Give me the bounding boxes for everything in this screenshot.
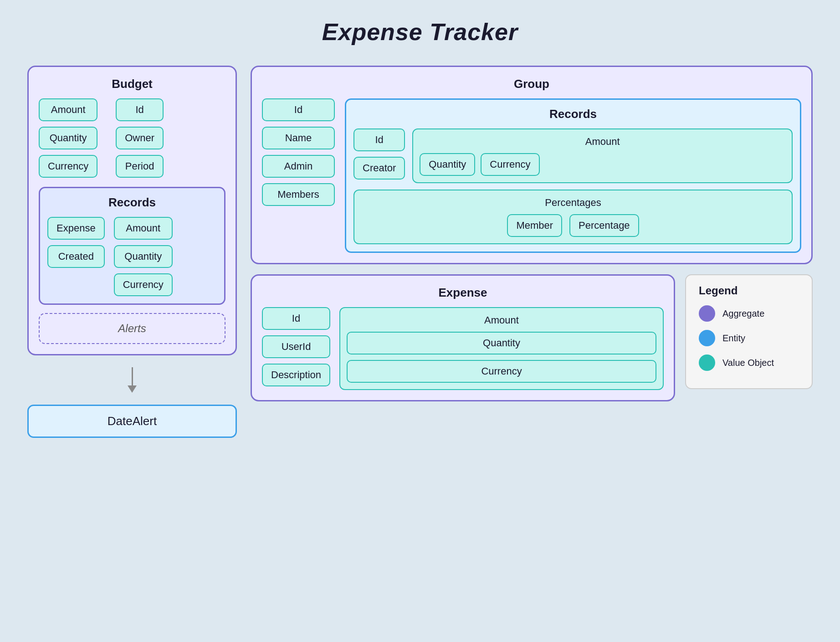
percentages-vo: Percentages Member Percentage xyxy=(353,190,793,244)
expense-amount-fields: Quantity Currency xyxy=(347,332,656,383)
group-records-creator-field: Creator xyxy=(353,157,405,180)
expense-left-fields: Id UserId Description xyxy=(262,307,330,390)
budget-right-fields: Id Owner Period xyxy=(116,98,164,178)
expense-amount-quantity-field: Quantity xyxy=(347,332,656,354)
budget-quantity-field: Quantity xyxy=(39,127,97,149)
expense-aggregate: Expense Id UserId Description Amount Qua… xyxy=(251,274,675,401)
budget-amount-field: Amount xyxy=(39,98,97,121)
budget-expense-field: Expense xyxy=(47,217,105,240)
vo-label: Value Object xyxy=(722,358,774,368)
group-admin-field: Admin xyxy=(262,155,335,178)
budget-records-amount-field: Amount xyxy=(114,217,173,240)
arrow-line xyxy=(132,367,133,385)
percentages-percentage-field: Percentage xyxy=(569,214,639,237)
group-amount-vo: Amount Quantity Currency xyxy=(412,128,793,183)
alerts-box: Alerts xyxy=(39,313,225,344)
budget-title: Budget xyxy=(39,77,225,91)
legend-item-entity: Entity xyxy=(699,330,799,346)
legend-item-aggregate: Aggregate xyxy=(699,305,799,322)
budget-created-field: Created xyxy=(47,245,105,268)
main-layout: Budget Amount Quantity Currency Id Owner… xyxy=(27,66,813,438)
percentages-fields: Member Percentage xyxy=(361,214,785,237)
budget-aggregate: Budget Amount Quantity Currency Id Owner… xyxy=(27,66,237,355)
budget-currency-field: Currency xyxy=(39,155,97,178)
budget-owner-field: Owner xyxy=(116,127,164,149)
group-records-entity: Records Id Creator Amount Qua xyxy=(345,98,801,253)
group-amount-currency-field: Currency xyxy=(481,153,539,176)
legend-title: Legend xyxy=(699,284,799,297)
percentages-member-field: Member xyxy=(507,214,562,237)
group-title: Group xyxy=(262,77,801,91)
right-column: Group Id Name Admin Members Records xyxy=(251,66,813,401)
group-amount-title: Amount xyxy=(420,136,785,148)
legend-item-vo: Value Object xyxy=(699,354,799,371)
budget-records-right-fields: Amount Quantity Currency xyxy=(114,217,173,296)
budget-records-currency-field: Currency xyxy=(114,273,173,296)
date-alert-entity: DateAlert xyxy=(27,405,237,438)
budget-records-box: Records Expense Created Amount Quantity … xyxy=(39,187,225,305)
budget-records-quantity-field: Quantity xyxy=(114,245,173,268)
group-name-field: Name xyxy=(262,127,335,149)
group-members-field: Members xyxy=(262,183,335,206)
entity-circle xyxy=(699,330,715,346)
vo-circle xyxy=(699,354,715,371)
left-column: Budget Amount Quantity Currency Id Owner… xyxy=(27,66,237,438)
entity-label: Entity xyxy=(722,333,745,344)
group-records-id-field: Id xyxy=(353,128,405,151)
aggregate-circle xyxy=(699,305,715,322)
group-id-field: Id xyxy=(262,98,335,121)
aggregate-label: Aggregate xyxy=(722,308,764,319)
arrow-head xyxy=(128,385,137,393)
group-inner: Id Name Admin Members Records Id Creator xyxy=(262,98,801,253)
percentages-title: Percentages xyxy=(361,197,785,209)
budget-records-left-fields: Expense Created xyxy=(47,217,105,296)
group-amount-quantity-field: Quantity xyxy=(420,153,475,176)
legend-box: Legend Aggregate Entity Value Object xyxy=(685,274,813,389)
page-title: Expense Tracker xyxy=(27,18,813,46)
group-aggregate: Group Id Name Admin Members Records xyxy=(251,66,813,264)
budget-period-field: Period xyxy=(116,155,164,178)
budget-fields-top: Amount Quantity Currency Id Owner Period xyxy=(39,98,225,178)
alerts-label: Alerts xyxy=(118,322,146,334)
group-records-top: Id Creator Amount Quantity Currency xyxy=(353,128,793,183)
expense-title: Expense xyxy=(262,286,664,300)
budget-records-title: Records xyxy=(47,195,217,210)
expense-amount-currency-field: Currency xyxy=(347,360,656,383)
canvas: Expense Tracker Budget Amount Quantity C… xyxy=(0,0,840,642)
expense-amount-vo: Amount Quantity Currency xyxy=(339,307,664,390)
expense-inner: Id UserId Description Amount Quantity Cu… xyxy=(262,307,664,390)
group-records-left-fields: Id Creator xyxy=(353,128,405,183)
bottom-right-row: Expense Id UserId Description Amount Qua… xyxy=(251,274,813,401)
date-alert-label: DateAlert xyxy=(108,414,157,428)
expense-id-field: Id xyxy=(262,307,330,330)
budget-left-fields: Amount Quantity Currency xyxy=(39,98,97,178)
expense-description-field: Description xyxy=(262,364,330,386)
expense-amount-title: Amount xyxy=(347,314,656,326)
arrow-container xyxy=(27,367,237,393)
group-amount-fields: Quantity Currency xyxy=(420,153,785,176)
expense-userid-field: UserId xyxy=(262,335,330,358)
group-left-fields: Id Name Admin Members xyxy=(262,98,335,253)
budget-records-inner: Expense Created Amount Quantity Currency xyxy=(47,217,217,296)
budget-id-field: Id xyxy=(116,98,164,121)
group-records-title: Records xyxy=(353,107,793,121)
